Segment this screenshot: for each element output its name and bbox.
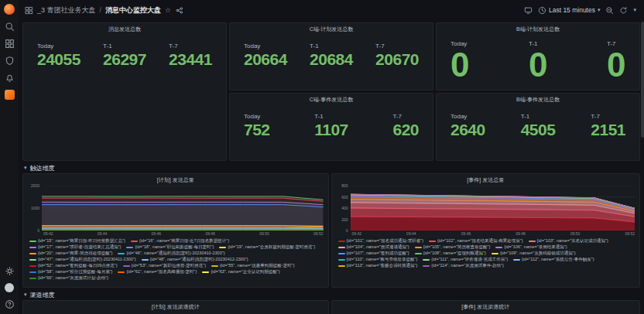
legend-color-dash bbox=[118, 271, 125, 273]
panel-title[interactable]: C端-计划发送总数 bbox=[230, 23, 433, 33]
help-icon[interactable] bbox=[5, 299, 15, 309]
legend-color-dash bbox=[118, 253, 125, 254]
legend-item[interactable]: {id="46", name="通知栏消息[定时]-20230410-2300"… bbox=[118, 251, 224, 256]
legend-item[interactable]: {id="107", name="签到成功提醒"} bbox=[338, 251, 409, 256]
shield-icon[interactable] bbox=[5, 56, 15, 66]
stat-values: Today 20664 T-1 20684 T-7 20670 bbox=[230, 33, 433, 68]
stat-value: 2640 bbox=[450, 121, 485, 138]
legend-item[interactable]: {id="19", name="会员权益到期提醒-定时推送"} bbox=[219, 244, 315, 250]
legend-item[interactable]: {id="113", name="客服会话转接通知"} bbox=[338, 263, 418, 268]
row-header-type[interactable]: ▾ 触达维度 bbox=[24, 164, 640, 172]
legend-item[interactable]: {id="15", name="商家日报-昨日经营数据汇总"} bbox=[29, 238, 125, 244]
x-tick-label: 09:50 bbox=[570, 231, 581, 237]
legend-color-dash bbox=[219, 247, 226, 248]
legend: {id="15", name="商家日报-昨日经营数据汇总"}{id="16",… bbox=[23, 237, 328, 287]
grafana-logo[interactable] bbox=[4, 4, 15, 15]
page-scrollbar[interactable] bbox=[641, 20, 644, 314]
y-tick-label: 800 bbox=[341, 183, 348, 188]
share-icon[interactable] bbox=[175, 6, 183, 15]
legend-label: {id="110", name="账号异地登录提醒"} bbox=[347, 257, 418, 262]
legend-item[interactable]: {id="108", name="提现到账通知"} bbox=[415, 251, 486, 256]
legend-item[interactable]: {id="109", name="兑换码核销成功通知"} bbox=[492, 251, 576, 256]
chart-plot[interactable] bbox=[351, 186, 635, 230]
legend-item[interactable]: {id="112", name="系统公告-事件触发"} bbox=[513, 257, 594, 262]
stat-label: T-1 bbox=[310, 43, 353, 49]
legend-item[interactable]: {id="20", name="商家-简历待处理提醒"} bbox=[29, 251, 112, 256]
row-header-channel[interactable]: ▾ 渠道维度 bbox=[24, 291, 640, 299]
panel-title[interactable]: [计划] 发送渠道统计 bbox=[23, 301, 328, 311]
stat-panel-total: 消息发送总数 Today 24055 T-1 26297 T-7 23441 bbox=[22, 22, 227, 161]
scrollbar-thumb[interactable] bbox=[641, 22, 644, 138]
avatar[interactable] bbox=[5, 283, 14, 292]
x-tick-label: 09:46 bbox=[152, 231, 162, 237]
legend-item[interactable]: {id="66", name="灰度测试计划-勿动"} bbox=[29, 275, 108, 281]
panel-title[interactable]: [事件] 发送总量 bbox=[332, 174, 639, 184]
x-tick-label: 09:50 bbox=[259, 231, 269, 237]
chart-plot[interactable] bbox=[42, 186, 324, 230]
stat-value: 20670 bbox=[375, 50, 419, 68]
refresh-caret-icon[interactable]: ▾ bbox=[633, 7, 636, 13]
dashboard-squares-icon[interactable] bbox=[25, 6, 33, 15]
legend-item[interactable]: {id="110", name="账号异地登录提醒"} bbox=[338, 257, 418, 262]
refresh-icon[interactable] bbox=[619, 6, 628, 15]
panel-title[interactable]: [计划] 发送总量 bbox=[23, 174, 328, 184]
legend-label: {id="104", name="面试邀请通知"} bbox=[347, 244, 409, 250]
alerting-bell-icon[interactable] bbox=[5, 73, 15, 83]
legend-item[interactable]: {id="47", name="通知栏消息[定时]-20230411-2300"… bbox=[29, 257, 136, 262]
star-icon[interactable]: ☆ bbox=[165, 6, 171, 14]
panel-title[interactable]: B端-事件发送总数 bbox=[437, 94, 639, 104]
legend-item[interactable]: {id="52", name="签到提醒-每日09点推送"} bbox=[29, 263, 118, 268]
legend-color-dash bbox=[29, 259, 36, 261]
page-title[interactable]: 消息中心监控大盘 bbox=[105, 5, 161, 15]
legend-color-dash bbox=[202, 271, 209, 273]
panel-title[interactable]: [事件] 发送渠道统计 bbox=[332, 301, 639, 311]
panel-title[interactable]: C端-事件发送总数 bbox=[230, 94, 433, 104]
legend-color-dash bbox=[495, 247, 502, 248]
panel-title[interactable]: B端-计划发送总数 bbox=[437, 23, 639, 33]
legend-color-dash bbox=[29, 265, 36, 267]
y-tick-label: 0 bbox=[37, 228, 39, 233]
stat-values: Today 0 T-1 0 T-7 0 bbox=[437, 33, 639, 82]
legend-item[interactable]: {id="48", name="通知栏消息[定时]-20230412-2300"… bbox=[142, 257, 248, 262]
legend-item[interactable]: {id="61", name="报名高峰播报-定时"} bbox=[118, 269, 197, 275]
legend-color-dash bbox=[142, 259, 149, 261]
gear-icon[interactable] bbox=[5, 266, 15, 276]
legend-item[interactable]: {id="55", name="优惠券到期提醒-定时"} bbox=[211, 263, 294, 268]
legend-item[interactable]: {id="18", name="职位刷新提醒-每日定时"} bbox=[126, 244, 214, 250]
legend-label: {id="47", name="通知栏消息[定时]-20230411-2300"… bbox=[38, 257, 136, 262]
legend-item[interactable]: {id="16", name="商家日报-近7日报名数据统计"} bbox=[131, 238, 229, 244]
legend-item[interactable]: {id="114", name="灰度测试事件-勿动"} bbox=[423, 263, 504, 268]
stat-label: T-1 bbox=[103, 43, 146, 49]
chevron-down-icon: ▾ bbox=[24, 292, 27, 298]
legend-item[interactable]: {id="101", name="报名成功通知-求职者"} bbox=[338, 238, 424, 244]
legend-color-dash bbox=[131, 241, 138, 242]
stat-value: 24055 bbox=[37, 50, 80, 68]
channel-panel-event: [事件] 发送渠道统计 bbox=[331, 300, 640, 314]
legend-item[interactable]: {id="53", name="新职位推荐-定时推送"} bbox=[123, 263, 206, 268]
legend-label: {id="109", name="兑换码核销成功通知"} bbox=[500, 251, 576, 256]
legend-label: {id="102", name="报名结果通知-商家处理后"} bbox=[437, 238, 523, 244]
panel-title[interactable]: 消息发送总数 bbox=[23, 23, 226, 33]
legend-item[interactable]: {id="102", name="报名结果通知-商家处理后"} bbox=[429, 238, 523, 244]
legend-item[interactable]: {id="104", name="面试邀请通知"} bbox=[338, 244, 409, 250]
legend-item[interactable]: {id="103", name="实名认证成功通知"} bbox=[529, 238, 608, 244]
zoom-out-icon[interactable] bbox=[605, 6, 614, 15]
legend-item[interactable]: {id="105", name="简历被查看提醒"} bbox=[415, 244, 491, 250]
search-icon[interactable] bbox=[5, 22, 15, 32]
legend-color-dash bbox=[29, 271, 36, 273]
legend-item[interactable]: {id="58", name="积分过期提醒-每月底"} bbox=[29, 269, 112, 275]
app-plugin-icon[interactable] bbox=[5, 90, 15, 100]
channel-row: [计划] 发送渠道统计 [事件] 发送渠道统计 bbox=[22, 300, 640, 314]
legend-item[interactable]: {id="17", name="求职者-投递结果汇总通知"} bbox=[29, 244, 121, 250]
legend-item[interactable]: {id="63", name="企业认证到期提醒"} bbox=[202, 269, 279, 275]
legend-item[interactable]: {id="106", name="录用结果通知"} bbox=[495, 244, 567, 250]
stat-value: 26297 bbox=[103, 50, 146, 68]
legend-label: {id="66", name="灰度测试计划-勿动"} bbox=[38, 275, 108, 281]
tv-icon[interactable] bbox=[524, 6, 533, 15]
time-range-picker[interactable]: Last 15 minutes ▾ bbox=[538, 6, 601, 15]
dashboards-icon[interactable] bbox=[5, 39, 15, 49]
y-tick-label: 400 bbox=[341, 206, 348, 210]
x-tick-label: 09:48 bbox=[516, 231, 526, 237]
legend-item[interactable]: {id="111", name="评价邀请-完成工作后"} bbox=[423, 257, 508, 262]
breadcrumb-folder[interactable]: _3 青团社业务大盘 bbox=[37, 5, 96, 15]
